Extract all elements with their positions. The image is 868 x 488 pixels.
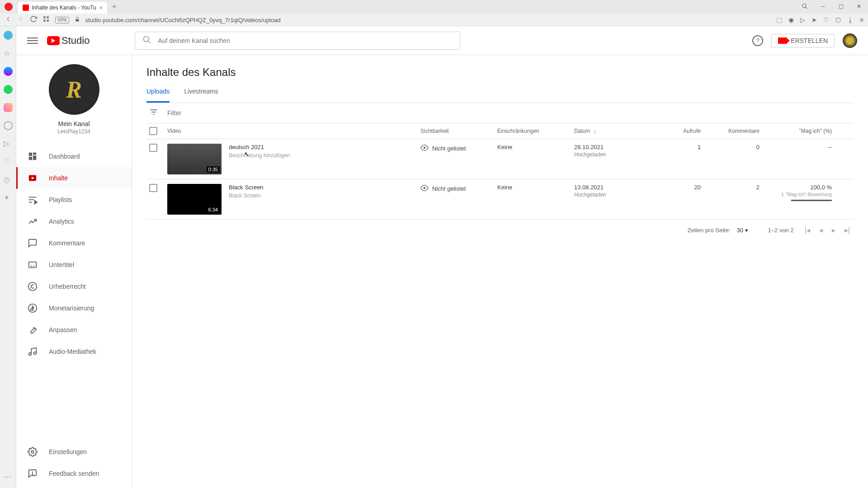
vpn-badge[interactable]: VPN bbox=[55, 17, 69, 23]
close-button[interactable]: ✕ bbox=[850, 0, 868, 13]
nav-label: Analytics bbox=[49, 218, 74, 225]
col-date[interactable]: Datum ↓ bbox=[574, 128, 651, 134]
video-title[interactable]: deutsch 2021 bbox=[229, 144, 290, 150]
addr-icon-play[interactable]: ▷ bbox=[800, 16, 805, 23]
browser-tab[interactable]: Inhalte des Kanals - YouTu × bbox=[18, 2, 107, 14]
bs-lightbulb-icon[interactable]: ✦ bbox=[4, 193, 13, 202]
nav-item-settings[interactable]: Einstellungen bbox=[16, 441, 132, 463]
rows-per-page-select[interactable]: 30 ▾ bbox=[735, 225, 757, 235]
bs-heart-icon[interactable]: ♡ bbox=[4, 157, 13, 166]
table-row[interactable]: 0:35 deutsch 2021 Beschreibung hinzufüge… bbox=[146, 139, 854, 179]
nav-item-feedback[interactable]: Feedback senden bbox=[16, 463, 132, 484]
nav-item-dashboard[interactable]: Dashboard bbox=[16, 145, 132, 167]
nav-item-comments[interactable]: Kommentare bbox=[16, 232, 132, 254]
col-restrictions[interactable]: Einschränkungen bbox=[497, 128, 574, 134]
addr-icon-camera[interactable]: ◉ bbox=[788, 16, 794, 23]
last-page-button[interactable]: ▸| bbox=[844, 226, 850, 235]
addr-icon-download[interactable]: ⭳ bbox=[847, 16, 854, 23]
row-checkbox[interactable] bbox=[149, 184, 157, 192]
url-text[interactable]: studio.youtube.com/channel/UCocN6zQPHQZ_… bbox=[85, 17, 771, 23]
nav-label: Feedback senden bbox=[49, 470, 99, 477]
lock-icon[interactable] bbox=[75, 16, 80, 24]
svg-rect-2 bbox=[43, 16, 46, 19]
create-button[interactable]: ERSTELLEN bbox=[771, 34, 835, 47]
reload-button[interactable] bbox=[30, 15, 37, 24]
minimize-button[interactable]: ─ bbox=[814, 0, 832, 13]
avatar[interactable]: R bbox=[843, 33, 857, 48]
first-page-button[interactable]: |◂ bbox=[805, 226, 810, 235]
svg-point-25 bbox=[34, 352, 37, 355]
bs-star-icon[interactable]: ☆ bbox=[4, 49, 13, 58]
search-input[interactable] bbox=[158, 37, 453, 44]
filter-input[interactable] bbox=[167, 109, 851, 117]
svg-point-22 bbox=[28, 282, 37, 291]
col-likes[interactable]: "Mag ich" (%) bbox=[760, 128, 832, 134]
table-row[interactable]: 6:34 Black Screen Black Screen. Nicht ge… bbox=[146, 179, 854, 220]
tab-uploads[interactable]: Uploads bbox=[146, 88, 170, 103]
visibility-label: Nicht gelistet bbox=[432, 185, 466, 192]
close-icon[interactable]: × bbox=[99, 4, 103, 11]
nav-item-copyright[interactable]: Urheberrecht bbox=[16, 276, 132, 297]
comments-icon bbox=[27, 238, 38, 249]
opera-icon[interactable] bbox=[5, 3, 13, 11]
new-tab-button[interactable]: + bbox=[112, 2, 117, 12]
views-cell: 1 bbox=[651, 144, 701, 150]
monetization-icon bbox=[27, 303, 38, 314]
col-visibility[interactable]: Sichtbarkeit bbox=[420, 128, 497, 134]
nav-item-playlists[interactable]: Playlists bbox=[16, 189, 132, 211]
col-video[interactable]: Video bbox=[167, 128, 420, 134]
maximize-button[interactable]: ▢ bbox=[832, 0, 850, 13]
bs-messenger-icon[interactable] bbox=[4, 67, 13, 76]
bs-clock-icon[interactable]: ◷ bbox=[4, 175, 13, 184]
bs-more-icon[interactable]: ⋯ bbox=[4, 473, 13, 482]
select-all-checkbox[interactable] bbox=[149, 127, 157, 135]
browser-sidebar: ☆ ▷ ♡ ◷ ✦ ⋯ bbox=[0, 26, 16, 488]
date-cell: 13.08.2021 bbox=[574, 184, 651, 191]
left-nav: R Mein Kanal LetsPlay1234 DashboardInhal… bbox=[16, 55, 132, 488]
video-desc: Black Screen. bbox=[229, 192, 264, 199]
search-browser-icon[interactable] bbox=[796, 0, 814, 13]
next-page-button[interactable]: ▸ bbox=[832, 226, 835, 235]
channel-avatar[interactable]: R bbox=[49, 64, 99, 115]
addr-icon-menu[interactable]: ≡ bbox=[860, 16, 863, 23]
hamburger-menu[interactable] bbox=[27, 35, 38, 46]
addr-icon-send[interactable]: ➤ bbox=[811, 16, 817, 23]
bs-circle-icon[interactable] bbox=[4, 121, 13, 130]
nav-item-analytics[interactable]: Analytics bbox=[16, 211, 132, 232]
addr-icon-cube[interactable]: ⬡ bbox=[835, 16, 841, 23]
speed-dial-icon[interactable] bbox=[42, 15, 50, 24]
forward-button[interactable] bbox=[17, 15, 24, 24]
bs-whatsapp-icon[interactable] bbox=[4, 85, 13, 94]
tab-livestreams[interactable]: Livestreams bbox=[184, 88, 218, 103]
nav-item-monetization[interactable]: Monetarisierung bbox=[16, 297, 132, 319]
svg-marker-18 bbox=[35, 201, 38, 204]
nav-item-subtitles[interactable]: Untertitel bbox=[16, 254, 132, 276]
video-title[interactable]: Black Screen bbox=[229, 184, 264, 191]
help-icon[interactable]: ? bbox=[752, 35, 763, 46]
comments-cell: 2 bbox=[701, 184, 760, 191]
settings-icon bbox=[27, 446, 38, 457]
sort-down-icon: ↓ bbox=[594, 128, 596, 134]
addr-icon-heart[interactable]: ♡ bbox=[823, 16, 829, 23]
prev-page-button[interactable]: ◂ bbox=[819, 226, 823, 235]
back-button[interactable] bbox=[5, 15, 12, 24]
col-views[interactable]: Aufrufe bbox=[651, 128, 701, 134]
video-thumbnail[interactable]: 0:35 bbox=[167, 144, 222, 174]
svg-point-26 bbox=[31, 450, 34, 453]
search-box[interactable] bbox=[135, 32, 460, 50]
svg-point-33 bbox=[424, 187, 426, 189]
video-thumbnail[interactable]: 6:34 bbox=[167, 184, 222, 215]
col-comments[interactable]: Kommentare bbox=[701, 128, 760, 134]
yt-studio-logo[interactable]: Studio bbox=[47, 35, 90, 47]
row-checkbox[interactable] bbox=[149, 144, 157, 152]
bs-play-icon[interactable]: ▷ bbox=[4, 139, 13, 148]
filter-icon[interactable] bbox=[149, 108, 158, 118]
nav-item-customize[interactable]: Anpassen bbox=[16, 319, 132, 341]
nav-item-audio[interactable]: Audio-Mediathek bbox=[16, 341, 132, 362]
nav-label: Inhalte bbox=[49, 174, 68, 182]
youtube-favicon-icon bbox=[23, 5, 29, 11]
bs-instagram-icon[interactable] bbox=[4, 103, 13, 112]
nav-item-content[interactable]: Inhalte bbox=[16, 167, 132, 189]
bs-home-icon[interactable] bbox=[4, 31, 13, 40]
addr-icon-1[interactable]: ⬚ bbox=[776, 16, 782, 23]
